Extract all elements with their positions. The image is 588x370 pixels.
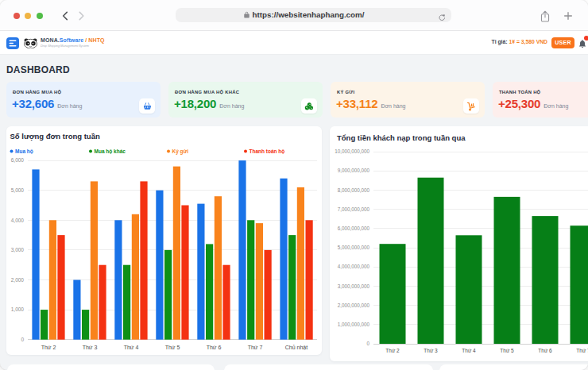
svg-text:0: 0 [366,341,369,346]
svg-text:Thứ 4: Thứ 4 [124,345,139,350]
svg-text:Thứ 7: Thứ 7 [248,345,263,350]
svg-text:Mua hộ: Mua hộ [15,148,33,154]
svg-text:5,000,000,000: 5,000,000,000 [338,245,370,250]
svg-text:Thứ 3: Thứ 3 [424,348,438,353]
svg-text:Thứ 2: Thứ 2 [385,348,400,353]
svg-text:6,000,000,000: 6,000,000,000 [338,225,370,231]
svg-text:Thứ 6: Thứ 6 [207,345,222,350]
svg-text:Thanh toán hộ: Thanh toán hộ [250,148,285,154]
svg-text:Thứ 5: Thứ 5 [500,348,514,353]
svg-text:Thứ 2: Thứ 2 [41,345,56,350]
svg-text:Số lượng đơn trong tuần: Số lượng đơn trong tuần [10,132,100,141]
svg-text:5,000: 5,000 [11,187,25,193]
svg-text:8,000,000,000: 8,000,000,000 [338,187,370,193]
svg-text:2,000,000,000: 2,000,000,000 [338,303,370,308]
svg-text:6,000: 6,000 [11,157,25,163]
svg-text:4,000: 4,000 [11,218,25,223]
svg-text:4,000,000,000: 4,000,000,000 [338,264,370,269]
svg-text:1,000: 1,000 [11,306,25,312]
svg-text:Thứ 3: Thứ 3 [83,345,98,350]
svg-text:0: 0 [21,337,24,342]
svg-text:1,000,000,000: 1,000,000,000 [338,322,370,327]
svg-text:10,000,000,000: 10,000,000,000 [335,148,369,154]
svg-text:7,000,000,000: 7,000,000,000 [338,206,370,212]
svg-text:Tổng tiền khách nạp trong tuần: Tổng tiền khách nạp trong tuần qua [337,133,466,142]
svg-text:Thứ 6: Thứ 6 [538,348,552,353]
svg-text:Ký gửi: Ký gửi [172,148,189,155]
svg-text:Mua hộ khác: Mua hộ khác [95,148,126,154]
svg-text:2,000: 2,000 [11,277,25,283]
svg-text:9,000,000,000: 9,000,000,000 [338,168,370,173]
svg-text:3,000: 3,000 [11,247,25,252]
svg-text:Thứ 5: Thứ 5 [165,345,180,350]
svg-text:Thứ 7: Thứ 7 [576,348,588,353]
svg-text:3,000,000,000: 3,000,000,000 [338,283,370,289]
svg-text:Chủ nhật: Chủ nhật [285,345,308,350]
svg-text:Thứ 4: Thứ 4 [462,348,476,353]
